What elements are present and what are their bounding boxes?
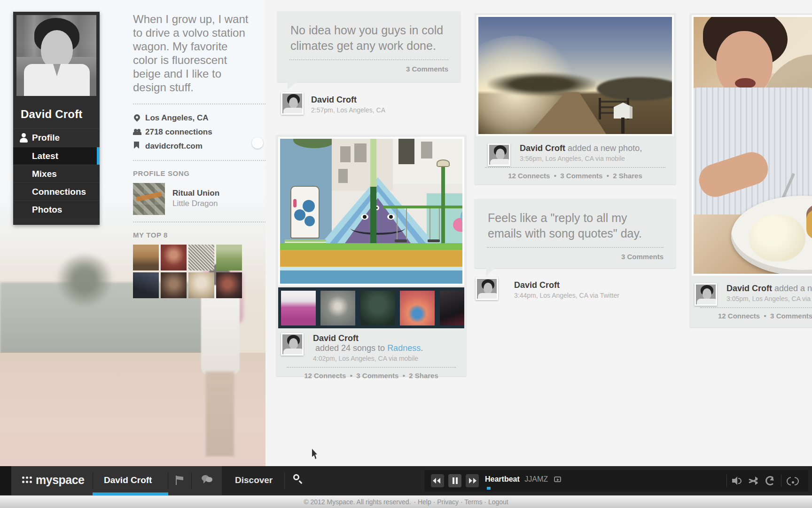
pause-button[interactable]	[448, 474, 461, 487]
chat-icon[interactable]	[202, 475, 213, 484]
location-text: Los Angeles, CA	[145, 113, 208, 122]
bookmark-icon	[134, 142, 139, 149]
avatar[interactable]	[281, 92, 304, 115]
broadcast-icon[interactable]	[786, 476, 799, 486]
top8-friend-thumb[interactable]	[216, 272, 242, 298]
man-eating-dessert-photo[interactable]	[694, 17, 812, 274]
website-row[interactable]: davidcroft.com	[133, 139, 265, 153]
copyright-text: © 2012 Myspace. All rights reserved.	[304, 498, 411, 506]
album-art[interactable]	[133, 183, 165, 215]
top8-friend-thumb[interactable]	[216, 245, 242, 270]
album-cover[interactable]	[281, 291, 316, 325]
myspace-logo[interactable]: myspace	[22, 474, 85, 486]
playlist-link[interactable]: Radness	[387, 343, 421, 353]
attribution-text: David Croft added a new photo, 3:56pm, L…	[520, 138, 676, 162]
engagement-stats[interactable]: 12 Connects • 3 Comments • 2 Shares	[276, 372, 466, 380]
sidebar-item-mixes[interactable]: Mixes	[13, 165, 100, 183]
photo-card: David Croft added a new 3:05pm, Los Ange…	[690, 13, 812, 327]
bottom-player-bar: myspace David Croft Discover Heartbeat J…	[0, 466, 812, 495]
divider	[133, 160, 265, 161]
sidebar-item-profile[interactable]: Profile	[13, 129, 100, 147]
sidebar-menu: Profile Latest Mixes Connections Photos	[13, 128, 100, 218]
shuffle-icon[interactable]	[749, 476, 760, 485]
profile-song-label: PROFILE SONG	[133, 169, 265, 177]
photo-frame	[476, 15, 674, 136]
album-cover[interactable]	[320, 291, 355, 325]
track-title: Heartbeat	[485, 475, 520, 483]
track-artist: JJAMZ	[524, 475, 548, 483]
post-meta: 3:56pm, Los Angeles, CA via mobile	[520, 155, 676, 162]
website-link: davidcroft.com	[145, 142, 203, 151]
divider	[487, 247, 664, 248]
avatar[interactable]	[488, 143, 510, 166]
sidebar-profile-name: David Croft	[13, 99, 100, 128]
sidebar-item-connections[interactable]: Connections	[13, 183, 100, 200]
flag-icon[interactable]	[176, 476, 184, 485]
footer-link-terms[interactable]: Terms	[459, 498, 482, 506]
divider	[700, 307, 812, 308]
sunset-field-photo[interactable]	[478, 17, 672, 134]
top8-friend-thumb[interactable]	[161, 245, 187, 270]
author-name[interactable]: David Croft	[520, 143, 565, 153]
engagement-stats[interactable]: 12 Connects • 3 Comments •	[690, 312, 812, 320]
top8-friend-thumb[interactable]	[188, 272, 214, 298]
avatar[interactable]	[281, 333, 304, 356]
top8-friend-thumb[interactable]	[133, 272, 159, 298]
song-artist: Little Dragon	[172, 199, 219, 208]
comments-link[interactable]: 3 Comments	[406, 65, 448, 73]
footer-link-logout[interactable]: Logout	[482, 498, 508, 506]
scroll-dot	[252, 137, 263, 149]
author-name[interactable]: David Croft	[514, 280, 560, 290]
profile-sidebar: David Croft Profile Latest Mixes Connect…	[13, 12, 100, 225]
sidebar-item-latest[interactable]: Latest	[13, 147, 100, 165]
top8-friend-thumb[interactable]	[133, 245, 159, 270]
profile-photo[interactable]	[16, 15, 96, 96]
attribution-text: David Croft 3:44pm, Los Angeles, CA via …	[514, 277, 676, 299]
people-icon	[133, 129, 141, 135]
now-playing[interactable]: Heartbeat JJAMZ	[485, 475, 561, 484]
divider	[284, 473, 285, 489]
playlist-photo-card: David Croft added 24 songs to Radness. 4…	[276, 135, 466, 376]
album-cover[interactable]	[440, 291, 464, 325]
avatar[interactable]	[695, 283, 717, 306]
tab-discover[interactable]: Discover	[235, 475, 273, 485]
engagement-stats[interactable]: 12 Connects • 3 Comments • 2 Shares	[475, 172, 676, 180]
top8-friend-thumb[interactable]	[188, 245, 214, 270]
music-player: Heartbeat JJAMZ	[424, 470, 808, 492]
added-songs-strip	[278, 287, 464, 328]
photo-frame	[278, 137, 464, 286]
top8-friend-thumb[interactable]	[161, 272, 187, 298]
author-name[interactable]: David Croft	[726, 284, 772, 293]
volume-icon[interactable]	[732, 476, 742, 485]
tab-profile[interactable]: David Croft	[104, 475, 152, 485]
author-name[interactable]: David Croft	[313, 333, 359, 343]
avatar[interactable]	[476, 278, 498, 300]
sidebar-item-photos[interactable]: Photos	[13, 200, 100, 218]
album-cover[interactable]	[400, 291, 435, 325]
playground-mural-photo[interactable]	[280, 139, 462, 284]
photo-card: David Croft added a new photo, 3:56pm, L…	[475, 13, 676, 184]
myspace-logo-icon	[22, 476, 32, 484]
status-footer: 3 Comments	[475, 242, 676, 268]
divider	[289, 59, 448, 60]
divider	[133, 103, 265, 104]
search-icon[interactable]	[293, 474, 304, 484]
footer-link-help[interactable]: Help	[412, 498, 431, 506]
progress-bar[interactable]	[487, 487, 491, 490]
next-track-button[interactable]	[466, 474, 479, 487]
author-name[interactable]: David Croft	[311, 95, 357, 104]
location-pin-icon	[133, 113, 141, 121]
sidebar-item-label: Photos	[32, 205, 62, 214]
footer-link-privacy[interactable]: Privacy	[431, 498, 459, 506]
bubble-tail	[486, 268, 495, 276]
connections-row[interactable]: 2718 connections	[133, 125, 265, 139]
repeat-icon[interactable]	[765, 476, 775, 485]
comments-link[interactable]: 3 Comments	[621, 253, 664, 261]
divider	[287, 367, 456, 368]
album-cover[interactable]	[360, 291, 395, 325]
song-title: Ritual Union	[172, 189, 219, 198]
popout-player-icon[interactable]	[554, 476, 561, 482]
previous-track-button[interactable]	[431, 474, 444, 487]
post-meta: 3:44pm, Los Angeles, CA via Twitter	[514, 292, 676, 299]
photo-frame	[692, 15, 812, 276]
